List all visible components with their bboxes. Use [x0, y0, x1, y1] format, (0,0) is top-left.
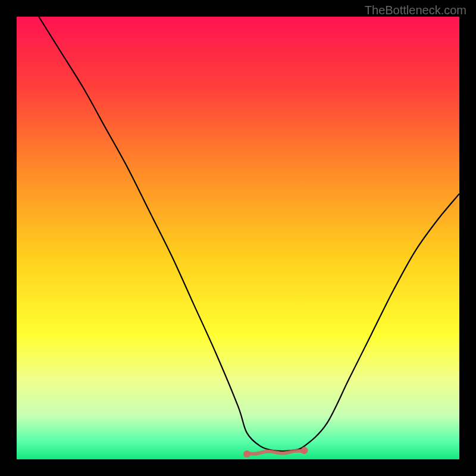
chart-container: TheBottleneck.com [0, 0, 476, 476]
svg-point-0 [243, 450, 250, 458]
chart-svg [17, 17, 459, 459]
gradient-background [17, 17, 459, 459]
watermark-text: TheBottleneck.com [365, 4, 466, 17]
svg-point-1 [301, 447, 308, 454]
plot-area [17, 17, 459, 459]
